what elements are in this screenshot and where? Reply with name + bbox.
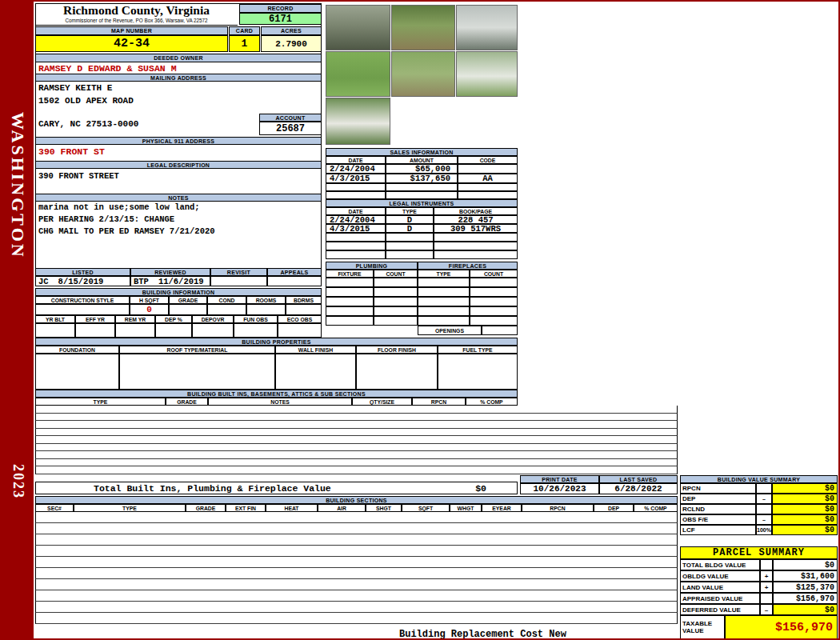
openings-label: OPENINGS [418, 326, 482, 335]
col-bdrms: BDRMS [286, 296, 322, 304]
legal-empty-cell [326, 233, 386, 242]
sales-row-date: 4/3/2015 [326, 174, 386, 183]
fireplaces-empty-cell [418, 306, 470, 316]
building-properties-header: BUILDING PROPERTIES [35, 338, 518, 346]
print-date-value: 10/26/2023 [520, 483, 599, 494]
reviewed-by: BTP [134, 277, 149, 286]
h-sqft-value: 0 [130, 304, 169, 315]
mailing-line-1: RAMSEY KEITH E [38, 83, 112, 93]
parcel-row-op [760, 593, 773, 604]
building-sections-empty-row [35, 523, 678, 534]
parcel-row-label: LAND VALUE [680, 582, 760, 593]
plumbing-empty-cell [326, 316, 374, 326]
legal-col-type: TYPE [386, 207, 434, 215]
county-title: Richmond County, Virginia [35, 3, 238, 18]
bvs-row-label: DEP [680, 494, 756, 504]
building-sections-empty-row [35, 534, 678, 546]
legal-instruments-header: LEGAL INSTRUMENTS [326, 199, 518, 207]
bvs-row-op [756, 483, 772, 494]
deeded-owner-header: DEEDED OWNER [35, 54, 322, 62]
legal-col-date: DATE [326, 207, 386, 215]
deeded-owner-name: RAMSEY D EDWARD & SUSAN M [38, 63, 177, 74]
fireplaces-col-count: COUNT [470, 270, 518, 278]
floor-finish-value [356, 354, 438, 390]
plumbing-empty-cell [326, 278, 374, 287]
property-photo-2 [391, 5, 455, 50]
left-banner: WASHINGTON 2023 [2, 2, 34, 638]
cond-value [207, 304, 246, 315]
plumbing-empty-cell [374, 278, 418, 287]
depovr-value [192, 323, 234, 338]
parcel-row-op: – [760, 604, 773, 615]
legal-description-value: 390 FRONT STREET [38, 171, 119, 181]
col-rooms: ROOMS [246, 296, 286, 304]
legal-col-book: BOOK/PAGE [434, 207, 518, 215]
fireplaces-empty-cell [418, 316, 470, 326]
col-rem-yr: REM YR [115, 315, 155, 323]
plumbing-empty-cell [374, 287, 418, 297]
wall-finish-value [275, 354, 356, 390]
plumbing-col-count: COUNT [374, 270, 418, 278]
foundation-value [35, 354, 119, 390]
bdrms-value [286, 304, 322, 315]
fireplaces-empty-cell [470, 278, 518, 287]
built-ins-empty-row [35, 421, 678, 429]
mailing-line-3: CARY, NC 27513-0000 [38, 119, 138, 129]
built-ins-empty-row [35, 459, 678, 467]
bs-col-comp: % COMP [634, 504, 678, 512]
bs-col-sqft: SQFT [402, 504, 450, 512]
property-photo-7 [326, 98, 390, 145]
appeals-value [267, 276, 322, 286]
building-sections-empty-row [35, 512, 678, 523]
plumbing-col-fixture: FIXTURE [326, 270, 374, 278]
col-fuel-type: FUEL TYPE [438, 346, 518, 354]
parcel-row-value: $0 [773, 559, 838, 570]
bvs-row-op: – [756, 514, 772, 525]
parcel-row-value: $0 [773, 604, 838, 615]
map-number-value: 42-34 [35, 35, 228, 52]
parcel-row-label: OBLDG VALUE [680, 570, 760, 582]
card-header: CARD [229, 26, 260, 35]
col-wall-finish: WALL FINISH [275, 346, 356, 354]
taxable-value-amount: $156,970 [725, 615, 838, 639]
record-value: 6171 [239, 13, 322, 25]
building-information-header: BUILDING INFORMATION [35, 288, 322, 296]
building-sections-empty-row [35, 568, 678, 579]
parcel-row-op [760, 559, 773, 570]
bs-col-whgt: WHGT [450, 504, 482, 512]
bs-col-shgt: SHGT [366, 504, 402, 512]
map-number-header: MAP NUMBER [35, 26, 228, 35]
legal-empty-cell [386, 242, 434, 250]
building-sections-empty-row [35, 602, 678, 613]
property-photo-6 [456, 51, 518, 97]
property-record-card: WASHINGTON 2023 Richmond County, Virgini… [0, 0, 840, 640]
sales-row-amount: $137,650 [386, 174, 458, 183]
legal-row-type: D [386, 224, 434, 233]
legal-empty-cell [386, 250, 434, 259]
listed-header: LISTED [35, 268, 130, 276]
acres-value: 2.7900 [261, 35, 322, 52]
plumbing-header: PLUMBING [326, 262, 418, 270]
rem-yr-value [115, 323, 155, 338]
plumbing-empty-cell [374, 297, 418, 306]
bvs-row-label: LCF [680, 525, 756, 535]
county-header: Richmond County, Virginia Commissioner o… [35, 3, 238, 26]
bi-col-qty: QTY/SIZE [352, 398, 412, 406]
sales-empty-cell [326, 191, 386, 199]
col-fun-obs: FUN OBS [234, 315, 278, 323]
legal-empty-cell [386, 233, 434, 242]
listed-value: JC 8/15/2019 [35, 276, 130, 286]
built-ins-empty-row [35, 406, 678, 414]
mailing-address-header: MAILING ADDRESS [35, 74, 322, 82]
account-value: 25687 [259, 122, 322, 135]
physical-address-value: 390 FRONT ST [38, 146, 105, 157]
building-sections-header: BUILDING SECTIONS [35, 496, 678, 504]
fireplaces-empty-cell [470, 306, 518, 316]
card-value: 1 [229, 35, 260, 52]
banner-county-label: WASHINGTON [3, 94, 32, 278]
reviewed-header: REVIEWED [130, 268, 210, 276]
last-saved-value: 6/28/2022 [599, 483, 678, 494]
built-ins-total-row: Total Built Ins, Plumbing & Fireplace Va… [35, 482, 518, 494]
sales-empty-cell [458, 183, 518, 191]
sales-information-header: SALES INFORMATION [326, 148, 518, 156]
